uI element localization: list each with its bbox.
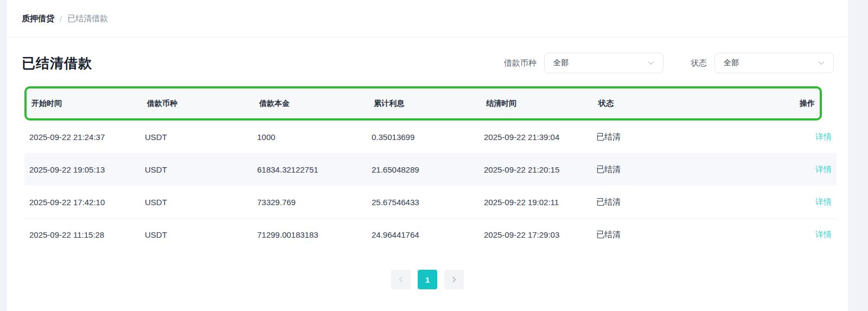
status-filter-value: 全部 — [724, 58, 817, 68]
column-header-principal: 借款本金 — [254, 99, 369, 109]
cell-principal: 1000 — [252, 132, 367, 142]
cell-settle-time: 2025-09-22 21:20:15 — [479, 165, 591, 174]
column-header-interest: 累计利息 — [369, 99, 481, 109]
cell-status: 已结清 — [591, 132, 703, 142]
chevron-down-icon — [817, 59, 826, 67]
column-header-settle-time: 结清时间 — [481, 99, 593, 109]
detail-link[interactable]: 详情 — [815, 164, 832, 174]
table-row: 2025-09-22 19:05:13 USDT 61834.32122751 … — [24, 153, 837, 186]
breadcrumb: 质押借贷 / 已结清借款 — [7, 0, 848, 37]
filter-group-status: 状态 全部 — [691, 53, 834, 73]
cell-status: 已结清 — [591, 197, 703, 207]
pagination: 1 — [7, 270, 848, 289]
cell-start-time: 2025-09-22 19:05:13 — [24, 165, 140, 174]
cell-interest: 24.96441764 — [367, 230, 479, 239]
table-row: 2025-09-22 11:15:28 USDT 71299.00183183 … — [24, 218, 837, 251]
column-header-action: 操作 — [705, 99, 820, 109]
currency-filter-select[interactable]: 全部 — [544, 53, 663, 73]
status-filter-label: 状态 — [691, 58, 707, 68]
cell-start-time: 2025-09-22 11:15:28 — [24, 230, 140, 239]
next-page-button[interactable] — [444, 270, 464, 289]
cell-currency: USDT — [140, 165, 252, 174]
cell-settle-time: 2025-09-22 19:02:11 — [479, 198, 591, 207]
column-header-currency: 借款币种 — [142, 99, 254, 109]
cell-interest: 21.65048289 — [367, 165, 479, 174]
detail-link[interactable]: 详情 — [815, 197, 832, 206]
filter-bar: 借款币种 全部 状态 全部 — [504, 53, 834, 73]
breadcrumb-item-settled-loans: 已结清借款 — [67, 14, 108, 24]
cell-status: 已结清 — [591, 230, 703, 240]
page-button-1[interactable]: 1 — [418, 270, 437, 289]
detail-link[interactable]: 详情 — [815, 230, 832, 239]
cell-settle-time: 2025-09-22 17:29:03 — [479, 230, 591, 239]
cell-settle-time: 2025-09-22 21:39:04 — [479, 132, 591, 142]
cell-start-time: 2025-09-22 17:42:10 — [24, 198, 140, 207]
cell-interest: 0.35013699 — [367, 132, 479, 142]
table-row: 2025-09-22 21:24:37 USDT 1000 0.35013699… — [24, 120, 837, 153]
cell-currency: USDT — [140, 198, 252, 207]
column-header-status: 状态 — [593, 99, 705, 109]
cell-principal: 61834.32122751 — [252, 165, 367, 174]
previous-page-button[interactable] — [391, 270, 411, 289]
cell-principal: 73329.769 — [252, 198, 367, 207]
table-row: 2025-09-22 17:42:10 USDT 73329.769 25.67… — [24, 186, 837, 218]
filter-group-currency: 借款币种 全部 — [504, 53, 663, 73]
main-panel: 质押借贷 / 已结清借款 已结清借款 借款币种 全部 状态 全部 — [7, 0, 848, 311]
breadcrumb-item-pledge-lending[interactable]: 质押借贷 — [22, 14, 54, 24]
cell-status: 已结清 — [591, 164, 703, 175]
cell-interest: 25.67546433 — [367, 198, 479, 207]
table-header-row: 开始时间 借款币种 借款本金 累计利息 结清时间 状态 操作 — [27, 88, 820, 118]
currency-filter-value: 全部 — [553, 58, 647, 68]
cell-currency: USDT — [140, 230, 252, 239]
settled-loans-table: 开始时间 借款币种 借款本金 累计利息 结清时间 状态 操作 2025-09-2… — [24, 86, 837, 251]
breadcrumb-separator: / — [60, 14, 62, 23]
chevron-right-icon — [450, 276, 458, 283]
chevron-left-icon — [397, 276, 405, 283]
cell-start-time: 2025-09-22 21:24:37 — [24, 132, 140, 142]
currency-filter-label: 借款币种 — [504, 58, 537, 68]
cell-principal: 71299.00183183 — [252, 230, 367, 239]
header-highlight-annotation: 开始时间 借款币种 借款本金 累计利息 结清时间 状态 操作 — [24, 86, 822, 120]
column-header-start-time: 开始时间 — [27, 99, 142, 109]
detail-link[interactable]: 详情 — [815, 132, 832, 141]
page-title: 已结清借款 — [22, 54, 92, 72]
chevron-down-icon — [647, 59, 655, 67]
status-filter-select[interactable]: 全部 — [714, 53, 834, 73]
title-row: 已结清借款 借款币种 全部 状态 全部 — [22, 53, 834, 73]
cell-currency: USDT — [140, 132, 252, 142]
